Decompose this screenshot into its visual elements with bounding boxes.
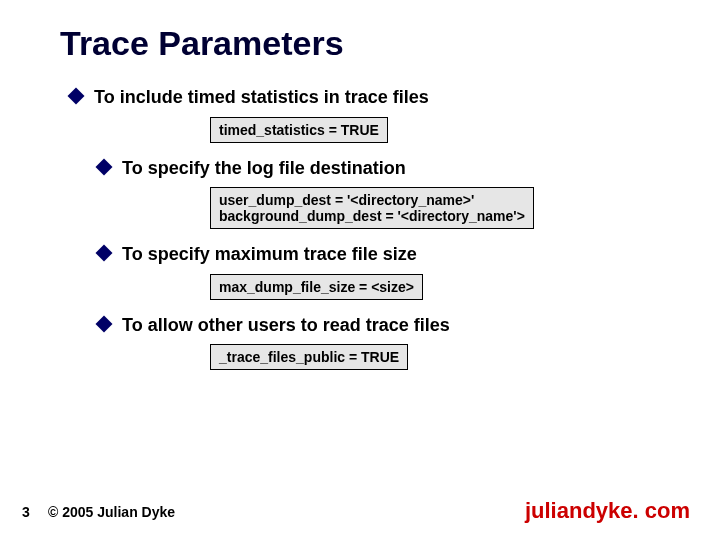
copyright-text: © 2005 Julian Dyke (48, 504, 175, 520)
bullet-item-4: To allow other users to read trace files (98, 314, 680, 337)
diamond-bullet-icon (96, 245, 113, 262)
bullet-item-1: To include timed statistics in trace fil… (70, 86, 680, 109)
bullet-item-3: To specify maximum trace file size (98, 243, 680, 266)
footer: 3 © 2005 Julian Dyke juliandyke. com (0, 494, 720, 522)
bullet-text: To include timed statistics in trace fil… (94, 86, 429, 109)
code-box-3: max_dump_file_size = <size> (210, 274, 423, 300)
code-box-4: _trace_files_public = TRUE (210, 344, 408, 370)
bullet-text: To allow other users to read trace files (122, 314, 450, 337)
bullet-text: To specify the log file destination (122, 157, 406, 180)
code-box-2: user_dump_dest = '<directory_name>' back… (210, 187, 534, 229)
slide-title: Trace Parameters (60, 24, 344, 63)
site-url: juliandyke. com (525, 498, 690, 524)
diamond-bullet-icon (96, 315, 113, 332)
slide: Trace Parameters To include timed statis… (0, 0, 720, 540)
bullet-item-2: To specify the log file destination (98, 157, 680, 180)
page-number: 3 (22, 504, 30, 520)
code-box-1: timed_statistics = TRUE (210, 117, 388, 143)
diamond-bullet-icon (96, 158, 113, 175)
slide-content: To include timed statistics in trace fil… (70, 86, 680, 384)
bullet-text: To specify maximum trace file size (122, 243, 417, 266)
diamond-bullet-icon (68, 88, 85, 105)
